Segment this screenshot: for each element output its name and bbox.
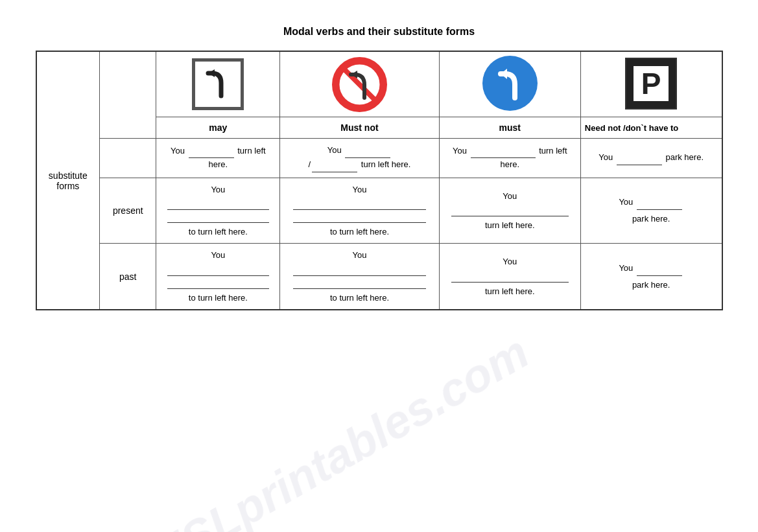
present-label: present [100,178,156,244]
signs-row: substitute forms [36,51,722,117]
need-not-blank [617,151,662,165]
present-may-blank [167,198,268,210]
past-need-not-to: park here. [586,277,717,292]
past-need-not-cell: You park here. [580,244,722,310]
past-may-you: You [161,248,274,262]
present-must-to: turn left here. [445,218,575,233]
watermark: ESLprintables.com [145,325,538,532]
present-may-to: to turn left here. [161,224,274,239]
may-label: may [156,117,280,139]
may-sign-arrow [194,60,242,108]
past-may-blank2 [167,277,268,289]
must-not-label: Must not [280,117,439,139]
present-may-blank2 [167,211,268,223]
need-not-sentence-cell: You park here. [580,139,722,178]
past-must-not-you: You [285,248,433,262]
past-must-blank [451,271,569,283]
must-not-blank1 [345,144,390,158]
must-sign-svg [482,56,538,111]
present-may-cell: You to turn left here. [156,178,280,244]
must-not-sign [332,57,387,112]
present-must-cell: You turn left here. [439,178,580,244]
present-must-not-cell: You to turn left here. [280,178,439,244]
must-sign-cell [439,51,580,117]
past-need-not-blank [637,260,682,276]
substitute-forms-cell: substitute forms [36,51,100,310]
past-row: past You to turn left here. You to turn … [36,244,722,310]
may-sentence-cell: You turn left here. [156,139,280,178]
example-sentences-row: You turn left here. You / turn left here… [36,139,722,178]
present-must-not-to: to turn left here. [285,224,433,239]
past-must-not-blank [293,264,427,276]
page-title: Modal verbs and their substitute forms [283,26,475,38]
blank-cell-1 [100,51,156,139]
past-may-blank [167,264,268,276]
may-sign [192,58,244,110]
svg-point-5 [484,58,536,110]
must-not-sign-svg [335,60,384,109]
past-may-to: to turn left here. [161,290,274,305]
svg-rect-0 [195,61,241,108]
past-label: past [100,244,156,310]
must-not-sign-cell [280,51,439,117]
blank-col-2 [100,139,156,178]
present-need-not-cell: You park here. [580,178,722,244]
must-not-blank2 [312,158,357,172]
past-must-not-blank2 [293,277,427,289]
may-blank [189,145,234,159]
present-need-not-to: park here. [586,211,717,226]
main-table: substitute forms [36,51,723,310]
past-must-to: turn left here. [445,284,575,299]
past-need-not-you: You [586,260,717,276]
present-need-not-blank [637,194,682,210]
present-must-blank [451,205,569,216]
present-must-not-you: You [285,182,433,197]
past-must-cell: You turn left here. [439,244,580,310]
parking-p-letter: P [641,69,661,98]
present-need-not-you: You [586,194,717,210]
need-not-sign: P [625,58,677,110]
present-may-you: You [161,182,274,197]
must-sentence-cell: You turn left here. [439,139,580,178]
present-must-not-blank [293,198,427,210]
past-must-not-to: to turn left here. [285,290,433,305]
need-not-label: Need not /don`t have to [580,117,722,139]
past-must-you: You [445,254,575,269]
must-not-sentence-cell: You / turn left here. [280,139,439,178]
present-row: present You to turn left here. You to tu… [36,178,722,244]
present-must-you: You [445,189,575,203]
must-label: must [439,117,580,139]
past-must-not-cell: You to turn left here. [280,244,439,310]
past-may-cell: You to turn left here. [156,244,280,310]
present-must-not-blank2 [293,211,427,223]
must-sign [482,56,538,111]
parking-p-inner: P [632,64,670,103]
must-blank [471,145,536,159]
need-not-sign-cell: P [580,51,722,117]
may-sign-cell [156,51,280,117]
